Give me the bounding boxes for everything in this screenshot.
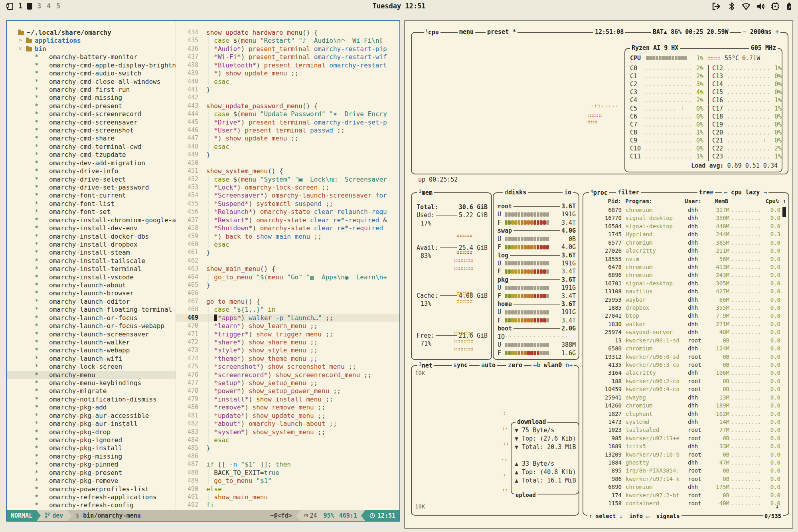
tree-row[interactable]: *omarchy-cmd-first-run: [7, 86, 176, 94]
tree-row[interactable]: *omarchy-refresh-config: [7, 501, 176, 509]
tree-row[interactable]: *omarchy-powerprofiles-list: [7, 485, 176, 493]
tree-row[interactable]: *omarchy-cmd-close-all-windows: [7, 78, 176, 86]
code-line[interactable]: │ *) show_update_menu ;;: [206, 134, 298, 142]
tree-row[interactable]: *omarchy-menu: [7, 371, 176, 379]
tree-row[interactable]: *omarchy-pkg-pinned: [7, 461, 176, 469]
code-line[interactable]: │ *setup*) show_setup_menu ;;: [206, 379, 318, 387]
code-line[interactable]: │ *install*) show_install_menu ;;: [206, 396, 333, 403]
tree-row[interactable]: *omarchy-launch-webapp: [7, 346, 176, 354]
proc-scrollbar[interactable]: [782, 207, 786, 217]
code-line[interactable]: }: [206, 281, 210, 289]
disks-box-title[interactable]: ddisks: [503, 189, 528, 196]
code-line[interactable]: │ *remove*) show_remove_menu ;;: [206, 403, 326, 411]
process-row[interactable]: 1884ghosttydhh47M.........0.0: [587, 459, 786, 467]
tree-row[interactable]: *omarchy-cmd-screenshot: [7, 127, 176, 134]
code-line[interactable]: │ *apps*) walker -p "Launch…" ;;: [206, 314, 333, 322]
code-line[interactable]: │ *Drive*) present_terminal omarchy-driv…: [206, 119, 387, 127]
process-row[interactable]: 13kworker/u96:1-sdroot0B.........0.0: [587, 337, 786, 345]
process-row[interactable]: 14260chromiumdhh189M.........0.0: [587, 402, 786, 410]
code-line[interactable]: go_to_menu() {: [206, 298, 260, 306]
process-row[interactable]: 10459kworker/u96:4-coroot0B.........0.0: [587, 386, 786, 394]
tree-row[interactable]: *omarchy-pkg-add: [7, 403, 176, 411]
process-row[interactable]: 25953waybardhh66M.........0.0: [587, 297, 786, 305]
proc-tree-button[interactable]: tree: [697, 189, 715, 196]
code-line[interactable]: │ *theme*) show_theme_menu ;;: [206, 355, 318, 363]
code-line[interactable]: │ esac: [206, 436, 229, 444]
process-row[interactable]: 985kworker/u97:13+eroot0B.........0.0: [587, 435, 786, 443]
process-row[interactable]: 25941swaybgdhh13M.........0.0: [587, 394, 786, 402]
code-line[interactable]: if [[ -n "$1" ]]; then: [206, 461, 291, 469]
tree-row[interactable]: *omarchy-menu-keybindings: [7, 379, 176, 387]
process-row[interactable]: 6896chromiumdhh243M.........0.0: [587, 272, 786, 280]
code-line[interactable]: │ *system*) show_system_menu ;;: [206, 428, 326, 436]
bluetooth-icon[interactable]: [727, 2, 737, 11]
code-line[interactable]: │ esac: [206, 78, 229, 86]
net-interface-switch[interactable]: ←b wlan0 n→: [531, 362, 574, 369]
net-box-title[interactable]: 3net: [417, 362, 434, 369]
process-row[interactable]: 19312kworker/u96:0-sdroot0B.........0.0: [587, 354, 786, 362]
code-line[interactable]: │ show_main_menu: [206, 493, 268, 501]
process-row[interactable]: 1830walkerdhh271M.........0.0: [587, 321, 786, 329]
code-line[interactable]: │ esac: [206, 143, 229, 151]
menu-button[interactable]: menu: [458, 28, 475, 36]
tree-row[interactable]: *omarchy-dev-add-migration: [7, 159, 176, 167]
tree-row[interactable]: *omarchy-launch-or-focus: [7, 314, 176, 322]
process-row[interactable]: 4135kworker/u96:3-coroot0B.........0.0: [587, 362, 786, 370]
tree-row[interactable]: *omarchy-drive-set-password: [7, 184, 176, 192]
process-row[interactable]: 13108nautilusdhh427M.........0.0: [587, 288, 786, 296]
tree-row[interactable]: *omarchy-launch-editor: [7, 298, 176, 306]
screencast-icon[interactable]: [711, 2, 721, 11]
tree-row[interactable]: *omarchy-cmd-present: [7, 102, 176, 110]
code-line[interactable]: │ *learn*) show_learn_menu ;;: [206, 322, 318, 330]
tree-row[interactable]: *omarchy-notification-dismiss: [7, 396, 176, 403]
proc-footer[interactable]: ↑ select ↓ info ↵ signals: [587, 513, 681, 519]
tree-row[interactable]: *omarchy-install-vscode: [7, 273, 176, 281]
tree-row[interactable]: *omarchy-pkg-ignored: [7, 436, 176, 444]
code-line[interactable]: }: [206, 444, 210, 452]
tree-row[interactable]: *omarchy-cmd-tzupdate: [7, 151, 176, 159]
process-row[interactable]: 6890chromiumdhh175M.........0.0: [587, 484, 786, 492]
tree-row[interactable]: *omarchy-install-chromium-google-a: [7, 216, 176, 224]
process-row[interactable]: 6879chromiumdhh317M.........0.0: [587, 207, 786, 215]
process-row[interactable]: 1473systemddhh14M.........0.0: [587, 419, 786, 427]
process-row[interactable]: 27026alacrittydhh211M.........0.0: [587, 247, 786, 255]
tree-row[interactable]: *omarchy-launch-floating-terminal-: [7, 306, 176, 314]
tree-row[interactable]: *omarchy-pkg-missing: [7, 453, 176, 461]
tree-row[interactable]: *omarchy-pkg-present: [7, 469, 176, 477]
tree-row[interactable]: *omarchy-battery-monitor: [7, 53, 176, 61]
tree-row[interactable]: *omarchy-cmd-terminal-cwd: [7, 143, 176, 151]
code-line[interactable]: │ *update*) show_update_menu ;;: [206, 412, 326, 420]
code-line[interactable]: │ *Audio*) present_terminal omarchy-rest…: [206, 45, 387, 53]
tree-row[interactable]: *omarchy-refresh-applications: [7, 493, 176, 501]
tree-row[interactable]: *omarchy-install-docker-dbs: [7, 233, 176, 241]
tree-row[interactable]: *omarchy-install-terminal: [7, 265, 176, 273]
tree-row[interactable]: *omarchy-pkg-drop: [7, 428, 176, 436]
code-line[interactable]: │ *Screensaver*) omarchy-launch-screensa…: [206, 192, 387, 200]
code-line[interactable]: │ case $(menu "Update Password" "✶ Drive…: [206, 110, 387, 118]
code-line[interactable]: }: [206, 86, 210, 94]
code-line[interactable]: │ *Relaunch*) omarchy-state clear relaun…: [206, 208, 387, 216]
tree-row[interactable]: *omarchy-cmd-audio-switch: [7, 69, 176, 77]
tree-row[interactable]: *omarchy-launch-wifi: [7, 355, 176, 363]
process-row[interactable]: 25974swayosd-serverdhh48M.........0.0: [587, 329, 786, 337]
battery-icon[interactable]: [784, 2, 794, 11]
proc-box-title[interactable]: 4proc: [589, 189, 609, 196]
code-line[interactable]: else: [206, 485, 222, 493]
code-line[interactable]: }: [206, 151, 210, 159]
tree-row[interactable]: *omarchy-drive-info: [7, 167, 176, 175]
process-row[interactable]: 27041btopdhh7.9M.........0.0: [587, 312, 786, 320]
chevron-right-icon[interactable]: >: [19, 37, 22, 43]
process-row[interactable]: 6478chromiumdhh413M.........0.0: [587, 264, 786, 272]
code-line[interactable]: │ *) back_to show_main_menu ;;: [206, 233, 322, 241]
code-line[interactable]: │ go_to_menu "$(menu "Go" "▦ Apps\n◉ Lea…: [206, 273, 387, 281]
process-row[interactable]: 13209kworker/u97:10-broot0B.........0.0: [587, 451, 786, 459]
net-auto-button[interactable]: auto: [480, 362, 497, 369]
code-line[interactable]: show_update_hardware_menu() {: [206, 29, 318, 37]
tree-row[interactable]: *omarchy-install-tailscale: [7, 257, 176, 265]
tree-row[interactable]: ∨bin: [7, 45, 176, 53]
code-line[interactable]: show_main_menu() {: [206, 265, 275, 273]
code-line[interactable]: │ case "${1,,}" in: [206, 306, 275, 314]
process-row[interactable]: 1827elephantdhh102M.........0.0: [587, 411, 786, 419]
net-sync-button[interactable]: sync: [452, 362, 469, 369]
process-row[interactable]: 1023tailscaledroot77M.........0.0: [587, 427, 786, 435]
